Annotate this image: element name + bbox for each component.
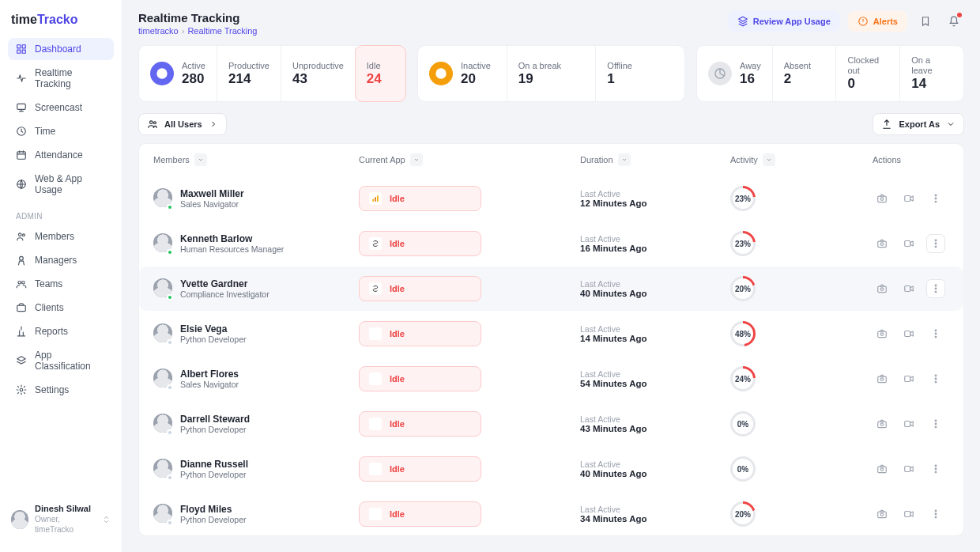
- stat-inactive[interactable]: Inactive20: [418, 46, 507, 101]
- sidebar-item-settings[interactable]: Settings: [8, 379, 114, 401]
- logo: timeTracko: [8, 13, 114, 38]
- sidebar-item-time[interactable]: Time: [8, 120, 114, 142]
- export-label: Export As: [899, 119, 940, 129]
- bookmark-button[interactable]: [915, 11, 936, 32]
- sidebar-item-realtime-tracking[interactable]: Realtime Tracking: [8, 62, 114, 95]
- crumb-root[interactable]: timetracko: [138, 26, 179, 36]
- screenshot-button[interactable]: [873, 369, 891, 388]
- more-actions-button[interactable]: [926, 369, 945, 388]
- stat-active[interactable]: Active280: [139, 46, 217, 101]
- stat-on-a-break[interactable]: On a break19: [507, 46, 597, 101]
- camera-icon: [876, 373, 888, 384]
- screencast-button[interactable]: [899, 459, 918, 478]
- stat-idle[interactable]: Idle24: [355, 45, 406, 102]
- sidebar-item-screencast[interactable]: Screencast: [8, 96, 114, 119]
- alerts-button[interactable]: Alerts: [848, 11, 907, 32]
- duration-cell: Last Active 34 Minutes Ago: [580, 505, 730, 524]
- review-app-usage-button[interactable]: Review App Usage: [728, 11, 840, 32]
- screenshot-button[interactable]: [873, 505, 891, 524]
- stat-unproductive[interactable]: Unproductive43: [281, 46, 356, 101]
- screencast-button[interactable]: [899, 234, 918, 253]
- screencast-button[interactable]: [899, 279, 918, 298]
- users-icon: [147, 119, 158, 130]
- app-status-pill[interactable]: Idle: [359, 501, 481, 527]
- app-status-pill[interactable]: Idle: [359, 456, 481, 482]
- camera-icon: [876, 238, 888, 249]
- stat-clocked-out[interactable]: Clocked out0: [836, 46, 900, 101]
- all-users-filter[interactable]: All Users: [138, 113, 227, 135]
- app-status-pill[interactable]: Idle: [359, 411, 481, 437]
- table-row[interactable]: Dianne RussellPython Developer Idle Last…: [139, 446, 963, 491]
- screenshot-button[interactable]: [873, 189, 891, 208]
- sidebar-user[interactable]: Dinesh Silwal Owner, timeTracko: [8, 499, 114, 539]
- presence-indicator: [167, 294, 173, 301]
- stat-absent[interactable]: Absent2: [773, 46, 837, 101]
- table-row[interactable]: Elsie VegaPython Developer Idle Last Act…: [139, 311, 963, 356]
- screencast-button[interactable]: [899, 189, 918, 208]
- more-actions-button[interactable]: [926, 324, 945, 343]
- sidebar-item-reports[interactable]: Reports: [8, 320, 114, 342]
- table-row[interactable]: Maxwell MillerSales Navigator Idle Last …: [139, 176, 963, 221]
- table-row[interactable]: Albert FloresSales Navigator Idle Last A…: [139, 356, 963, 401]
- member-name: Darrell Steward: [180, 414, 250, 425]
- app-status-pill[interactable]: Idle: [359, 321, 481, 346]
- table-row[interactable]: Kenneth BarlowHuman Resources Manager Id…: [139, 221, 963, 266]
- app-status-pill[interactable]: Idle: [359, 276, 481, 301]
- more-actions-button[interactable]: [926, 459, 945, 478]
- sidebar-item-teams[interactable]: Teams: [8, 273, 114, 295]
- app-status-pill[interactable]: Idle: [359, 366, 481, 391]
- upload-icon: [881, 119, 892, 130]
- stat-label: Clocked out: [847, 55, 888, 76]
- sidebar-item-app-classification[interactable]: App Classification: [8, 344, 114, 377]
- svg-point-11: [18, 282, 21, 285]
- screenshot-button[interactable]: [873, 234, 891, 253]
- screencast-button[interactable]: [899, 369, 918, 388]
- table-row[interactable]: Yvette GardnerCompliance Investigator Id…: [139, 266, 963, 311]
- notifications-button[interactable]: [944, 11, 964, 32]
- screencast-button[interactable]: [899, 414, 918, 433]
- screenshot-button[interactable]: [873, 279, 891, 298]
- sidebar-item-clients[interactable]: Clients: [8, 297, 114, 319]
- sidebar-item-web-app-usage[interactable]: Web & App Usage: [8, 168, 114, 201]
- sidebar-item-members[interactable]: Members: [8, 225, 114, 248]
- dots-icon: [930, 373, 941, 384]
- more-actions-button[interactable]: [926, 414, 945, 433]
- sidebar-item-dashboard[interactable]: Dashboard: [8, 38, 114, 60]
- table-row[interactable]: Floyd MilesPython Developer Idle Last Ac…: [139, 491, 963, 536]
- more-actions-button[interactable]: [926, 505, 945, 524]
- sort-members[interactable]: [194, 153, 207, 166]
- more-actions-button[interactable]: [926, 279, 945, 298]
- more-actions-button[interactable]: [926, 189, 945, 208]
- actions-cell: [873, 324, 964, 343]
- screenshot-button[interactable]: [873, 459, 891, 478]
- sort-duration[interactable]: [618, 153, 631, 166]
- duration-cell: Last Active 40 Minutes Ago: [580, 459, 730, 478]
- sort-activity[interactable]: [763, 153, 775, 166]
- minus-icon-wrap: [429, 62, 453, 85]
- export-button[interactable]: Export As: [873, 113, 964, 135]
- breadcrumb[interactable]: timetracko›Realtime Tracking: [138, 26, 257, 36]
- stat-productive[interactable]: Productive214: [217, 46, 281, 101]
- stat-offline[interactable]: Offline1: [596, 46, 684, 101]
- sidebar-item-managers[interactable]: Managers: [8, 249, 114, 271]
- sidebar-item-attendance[interactable]: Attendance: [8, 144, 114, 166]
- sort-app[interactable]: [410, 153, 423, 166]
- svg-point-55: [880, 423, 884, 426]
- screenshot-button[interactable]: [873, 324, 891, 343]
- activity-cell: 0%: [730, 456, 873, 482]
- svg-point-52: [935, 379, 937, 380]
- svg-point-46: [935, 334, 937, 335]
- screenshot-button[interactable]: [873, 414, 891, 433]
- app-status-pill[interactable]: Idle: [359, 231, 481, 256]
- video-icon: [903, 418, 914, 429]
- stat-away[interactable]: Away16: [697, 46, 773, 101]
- app-cell: Idle: [359, 456, 580, 482]
- stat-on-a-leave[interactable]: On a leave14: [900, 46, 963, 101]
- sidebar-item-label: Clients: [35, 302, 64, 313]
- screencast-button[interactable]: [899, 324, 918, 343]
- screencast-button[interactable]: [899, 505, 918, 524]
- table-row[interactable]: Darrell StewardPython Developer Idle Las…: [139, 401, 963, 446]
- more-actions-button[interactable]: [926, 234, 945, 253]
- svg-point-10: [20, 256, 24, 260]
- app-status-pill[interactable]: Idle: [359, 186, 481, 211]
